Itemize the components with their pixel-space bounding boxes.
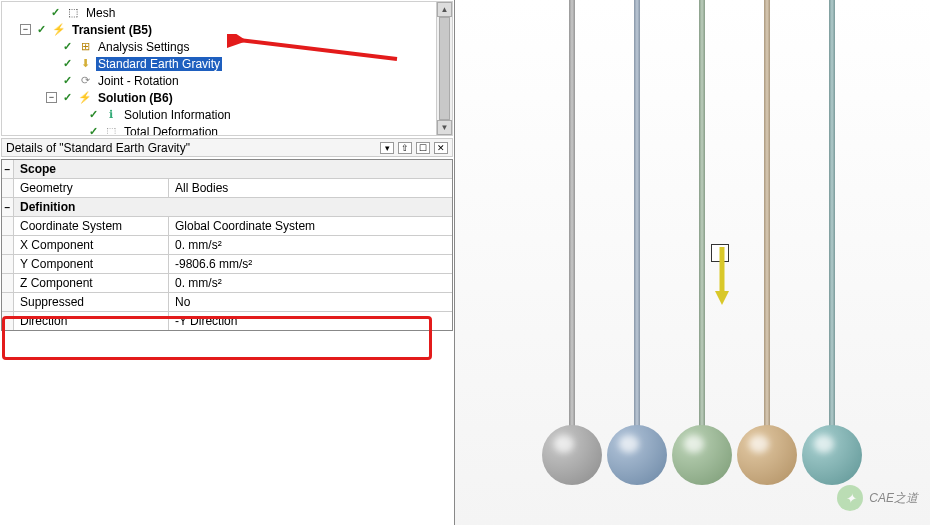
pendulum-ball (542, 425, 602, 485)
tree-label: Solution Information (122, 108, 233, 122)
dropdown-icon[interactable]: ▾ (380, 142, 394, 154)
svg-marker-3 (715, 291, 729, 305)
tree-label: Solution (B6) (96, 91, 175, 105)
prop-xcomp[interactable]: X Component0. mm/s² (2, 236, 452, 255)
check-icon: ✓ (60, 74, 74, 88)
pendulum-ball (607, 425, 667, 485)
check-icon: ✓ (86, 125, 100, 137)
details-header: Details of "Standard Earth Gravity" ▾ ⇧ … (1, 138, 453, 157)
prop-label: Suppressed (14, 293, 169, 311)
maximize-icon[interactable]: ☐ (416, 142, 430, 154)
scroll-up-button[interactable]: ▲ (437, 2, 452, 17)
tree-scrollbar[interactable]: ▲ ▼ (436, 2, 452, 135)
tree-label: Mesh (84, 6, 117, 20)
tree-label: Transient (B5) (70, 23, 154, 37)
prop-geometry[interactable]: GeometryAll Bodies (2, 179, 452, 198)
tree-node-joint[interactable]: ✓⟳Joint - Rotation (2, 72, 452, 89)
check-icon: ✓ (48, 6, 62, 20)
prop-value[interactable]: 0. mm/s² (169, 236, 452, 254)
details-title: Details of "Standard Earth Gravity" (6, 141, 380, 155)
tree-label: Joint - Rotation (96, 74, 181, 88)
joint-icon: ⟳ (78, 74, 92, 88)
transient-icon: ⚡ (52, 23, 66, 37)
prop-label: X Component (14, 236, 169, 254)
prop-suppressed[interactable]: SuppressedNo (2, 293, 452, 312)
solution-icon: ⚡ (78, 91, 92, 105)
tree-node-gravity[interactable]: ✓⬇Standard Earth Gravity (2, 55, 452, 72)
prop-label: Coordinate System (14, 217, 169, 235)
prop-value[interactable]: 0. mm/s² (169, 274, 452, 292)
prop-label: Geometry (14, 179, 169, 197)
check-icon: ✓ (60, 40, 74, 54)
wechat-icon: ✦ (837, 485, 863, 511)
prop-value[interactable]: No (169, 293, 452, 311)
pendulum-ball (672, 425, 732, 485)
tree-node-solinfo[interactable]: ✓ℹSolution Information (2, 106, 452, 123)
check-icon: ✓ (60, 91, 74, 105)
pendulum-rod (829, 0, 835, 445)
pendulum-ball (802, 425, 862, 485)
collapse-toggle[interactable]: − (20, 24, 31, 35)
tree-node-mesh[interactable]: ✓⬚Mesh (2, 4, 452, 21)
check-icon: ✓ (86, 108, 100, 122)
mesh-icon: ⬚ (66, 6, 80, 20)
viewport-3d[interactable]: ✦ CAE之道 (455, 0, 930, 525)
scroll-down-button[interactable]: ▼ (437, 120, 452, 135)
tree-label: Analysis Settings (96, 40, 191, 54)
prop-value[interactable]: -9806.6 mm/s² (169, 255, 452, 273)
prop-value[interactable]: -Y Direction (169, 312, 452, 330)
category-label: Scope (14, 160, 452, 178)
prop-zcomp[interactable]: Z Component0. mm/s² (2, 274, 452, 293)
prop-value[interactable]: All Bodies (169, 179, 452, 197)
prop-label: Z Component (14, 274, 169, 292)
pendulum-rod (634, 0, 640, 445)
tree-node-analysis[interactable]: ✓⊞Analysis Settings (2, 38, 452, 55)
prop-direction[interactable]: Direction-Y Direction (2, 312, 452, 330)
prop-label: Direction (14, 312, 169, 330)
close-icon[interactable]: ✕ (434, 142, 448, 154)
prop-csys[interactable]: Coordinate SystemGlobal Coordinate Syste… (2, 217, 452, 236)
pendulum-ball (737, 425, 797, 485)
tree-node-transient[interactable]: −✓⚡Transient (B5) (2, 21, 452, 38)
check-icon: ✓ (34, 23, 48, 37)
category-scope[interactable]: −Scope (2, 160, 452, 179)
category-label: Definition (14, 198, 452, 216)
gravity-icon: ⬇ (78, 57, 92, 71)
prop-ycomp[interactable]: Y Component-9806.6 mm/s² (2, 255, 452, 274)
pendulum-rod (764, 0, 770, 445)
deformation-icon: ⬚ (104, 125, 118, 137)
pin-icon[interactable]: ⇧ (398, 142, 412, 154)
outline-tree[interactable]: ✓⬚Mesh −✓⚡Transient (B5) ✓⊞Analysis Sett… (1, 1, 453, 136)
info-icon: ℹ (104, 108, 118, 122)
collapse-toggle[interactable]: − (2, 160, 14, 178)
prop-value[interactable]: Global Coordinate System (169, 217, 452, 235)
check-icon: ✓ (60, 57, 74, 71)
tree-label: Total Deformation (122, 125, 220, 137)
scroll-thumb[interactable] (439, 17, 450, 120)
gravity-arrow-icon (713, 247, 733, 307)
pendulum-rod (569, 0, 575, 445)
pendulum-rod (699, 0, 705, 445)
collapse-toggle[interactable]: − (2, 198, 14, 216)
watermark: ✦ CAE之道 (837, 485, 918, 511)
tree-label-selected: Standard Earth Gravity (96, 57, 222, 71)
prop-label: Y Component (14, 255, 169, 273)
settings-icon: ⊞ (78, 40, 92, 54)
tree-node-totdef[interactable]: ✓⬚Total Deformation (2, 123, 452, 136)
details-grid[interactable]: −Scope GeometryAll Bodies −Definition Co… (1, 159, 453, 331)
collapse-toggle[interactable]: − (46, 92, 57, 103)
category-definition[interactable]: −Definition (2, 198, 452, 217)
watermark-text: CAE之道 (869, 490, 918, 507)
tree-node-solution[interactable]: −✓⚡Solution (B6) (2, 89, 452, 106)
